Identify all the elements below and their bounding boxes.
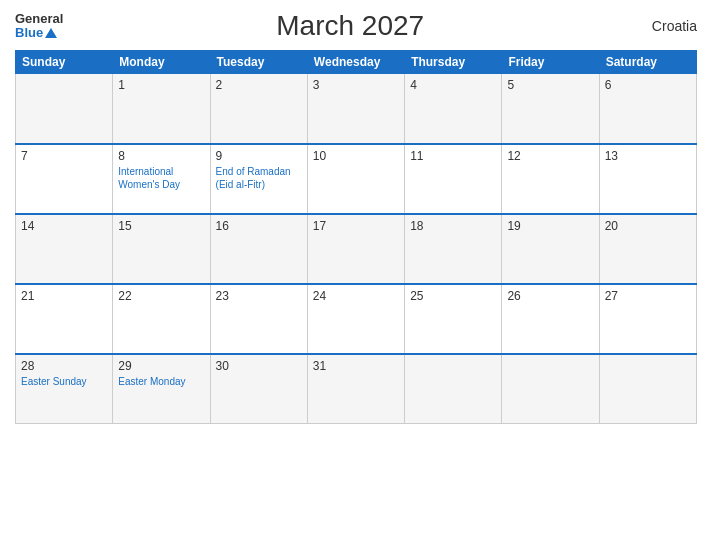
table-row: 2 <box>210 74 307 144</box>
table-row: 6 <box>599 74 696 144</box>
day-number: 6 <box>605 78 691 92</box>
table-row: 24 <box>307 284 404 354</box>
table-row: 28Easter Sunday <box>16 354 113 424</box>
table-row: 4 <box>405 74 502 144</box>
table-row: 3 <box>307 74 404 144</box>
day-number: 23 <box>216 289 302 303</box>
table-row: 20 <box>599 214 696 284</box>
table-row: 13 <box>599 144 696 214</box>
table-row: 14 <box>16 214 113 284</box>
day-number: 5 <box>507 78 593 92</box>
table-row: 17 <box>307 214 404 284</box>
table-row: 8International Women's Day <box>113 144 210 214</box>
table-row: 5 <box>502 74 599 144</box>
day-number: 25 <box>410 289 496 303</box>
table-row: 27 <box>599 284 696 354</box>
col-wednesday: Wednesday <box>307 51 404 74</box>
day-number: 15 <box>118 219 204 233</box>
day-number: 4 <box>410 78 496 92</box>
table-row: 25 <box>405 284 502 354</box>
calendar-week-row: 21222324252627 <box>16 284 697 354</box>
day-number: 18 <box>410 219 496 233</box>
day-number: 19 <box>507 219 593 233</box>
holiday-label: End of Ramadan (Eid al-Fitr) <box>216 165 302 191</box>
day-number: 24 <box>313 289 399 303</box>
day-number: 31 <box>313 359 399 373</box>
day-number: 13 <box>605 149 691 163</box>
calendar-week-row: 28Easter Sunday29Easter Monday3031 <box>16 354 697 424</box>
table-row: 10 <box>307 144 404 214</box>
calendar-header-row: Sunday Monday Tuesday Wednesday Thursday… <box>16 51 697 74</box>
page: General Blue March 2027 Croatia Sunday M… <box>0 0 712 550</box>
country-label: Croatia <box>637 18 697 34</box>
table-row: 12 <box>502 144 599 214</box>
table-row <box>599 354 696 424</box>
table-row: 16 <box>210 214 307 284</box>
table-row: 21 <box>16 284 113 354</box>
logo-blue-text: Blue <box>15 26 63 40</box>
table-row: 7 <box>16 144 113 214</box>
table-row: 19 <box>502 214 599 284</box>
col-friday: Friday <box>502 51 599 74</box>
col-monday: Monday <box>113 51 210 74</box>
day-number: 3 <box>313 78 399 92</box>
calendar-week-row: 123456 <box>16 74 697 144</box>
col-sunday: Sunday <box>16 51 113 74</box>
col-thursday: Thursday <box>405 51 502 74</box>
day-number: 9 <box>216 149 302 163</box>
day-number: 29 <box>118 359 204 373</box>
holiday-label: Easter Monday <box>118 375 204 388</box>
day-number: 26 <box>507 289 593 303</box>
logo: General Blue <box>15 12 63 41</box>
table-row: 1 <box>113 74 210 144</box>
header: General Blue March 2027 Croatia <box>15 10 697 42</box>
table-row: 15 <box>113 214 210 284</box>
calendar-table: Sunday Monday Tuesday Wednesday Thursday… <box>15 50 697 424</box>
col-saturday: Saturday <box>599 51 696 74</box>
table-row <box>405 354 502 424</box>
calendar-week-row: 14151617181920 <box>16 214 697 284</box>
day-number: 10 <box>313 149 399 163</box>
day-number: 28 <box>21 359 107 373</box>
table-row: 31 <box>307 354 404 424</box>
table-row: 11 <box>405 144 502 214</box>
holiday-label: Easter Sunday <box>21 375 107 388</box>
day-number: 30 <box>216 359 302 373</box>
day-number: 16 <box>216 219 302 233</box>
day-number: 17 <box>313 219 399 233</box>
holiday-label: International Women's Day <box>118 165 204 191</box>
table-row: 30 <box>210 354 307 424</box>
logo-general-text: General <box>15 12 63 26</box>
table-row: 23 <box>210 284 307 354</box>
day-number: 20 <box>605 219 691 233</box>
table-row: 29Easter Monday <box>113 354 210 424</box>
day-number: 8 <box>118 149 204 163</box>
table-row: 22 <box>113 284 210 354</box>
table-row: 26 <box>502 284 599 354</box>
calendar-title: March 2027 <box>63 10 637 42</box>
day-number: 11 <box>410 149 496 163</box>
table-row: 9End of Ramadan (Eid al-Fitr) <box>210 144 307 214</box>
col-tuesday: Tuesday <box>210 51 307 74</box>
logo-triangle-icon <box>45 28 57 38</box>
day-number: 12 <box>507 149 593 163</box>
day-number: 27 <box>605 289 691 303</box>
table-row <box>502 354 599 424</box>
day-number: 1 <box>118 78 204 92</box>
day-number: 22 <box>118 289 204 303</box>
table-row: 18 <box>405 214 502 284</box>
day-number: 14 <box>21 219 107 233</box>
day-number: 7 <box>21 149 107 163</box>
calendar-week-row: 78International Women's Day9End of Ramad… <box>16 144 697 214</box>
table-row <box>16 74 113 144</box>
day-number: 2 <box>216 78 302 92</box>
day-number: 21 <box>21 289 107 303</box>
